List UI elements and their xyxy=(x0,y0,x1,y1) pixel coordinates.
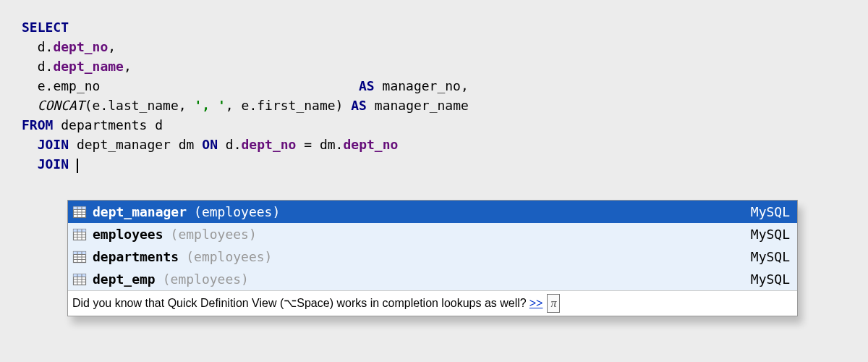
completion-item[interactable]: employees(employees)MySQL xyxy=(68,223,797,245)
completion-source: MySQL xyxy=(751,224,790,244)
table-icon xyxy=(72,227,87,242)
hint-next-link[interactable]: >> xyxy=(529,295,543,312)
table-icon xyxy=(72,272,87,287)
pi-icon[interactable]: π xyxy=(547,294,560,313)
completion-item[interactable]: dept_emp(employees)MySQL xyxy=(68,268,797,290)
code-line: CONCAT(e.last_name, ', ', e.first_name) … xyxy=(22,96,846,115)
completion-label: departments xyxy=(93,247,179,266)
completion-hint: Did you know that Quick Definition View … xyxy=(68,290,797,316)
completion-popup[interactable]: dept_manager(employees)MySQL employees(e… xyxy=(67,200,798,316)
table-icon xyxy=(72,205,87,219)
completion-schema: (employees) xyxy=(163,269,249,289)
code-line: JOIN xyxy=(22,154,846,174)
completion-source: MySQL xyxy=(751,269,790,289)
svg-rect-8 xyxy=(74,229,86,232)
svg-rect-22 xyxy=(74,274,86,277)
code-line: FROM departments d xyxy=(22,115,846,135)
code-line: d.dept_name, xyxy=(22,56,846,76)
completion-source: MySQL xyxy=(751,247,790,266)
completion-label: dept_manager xyxy=(93,202,187,222)
completion-source: MySQL xyxy=(751,202,790,222)
completion-schema: (employees) xyxy=(186,247,272,266)
code-line: SELECT xyxy=(22,17,846,37)
svg-rect-15 xyxy=(74,251,86,254)
completion-label: dept_emp xyxy=(93,269,156,289)
text-caret xyxy=(77,159,78,173)
svg-rect-1 xyxy=(74,206,86,209)
code-line: e.emp_no AS manager_no, xyxy=(22,76,846,96)
code-line: JOIN dept_manager dm ON d.dept_no = dm.d… xyxy=(22,135,846,154)
hint-text: Did you know that Quick Definition View … xyxy=(72,295,527,312)
completion-schema: (employees) xyxy=(171,224,257,244)
sql-editor[interactable]: SELECT d.dept_no, d.dept_name, e.emp_no … xyxy=(0,0,868,191)
code-line: d.dept_no, xyxy=(22,37,846,56)
table-icon xyxy=(72,250,87,264)
completion-item[interactable]: departments(employees)MySQL xyxy=(68,245,797,268)
completion-schema: (employees) xyxy=(194,202,280,222)
completion-label: employees xyxy=(93,224,163,244)
keyword-select: SELECT xyxy=(22,20,69,35)
completion-item[interactable]: dept_manager(employees)MySQL xyxy=(68,201,797,223)
